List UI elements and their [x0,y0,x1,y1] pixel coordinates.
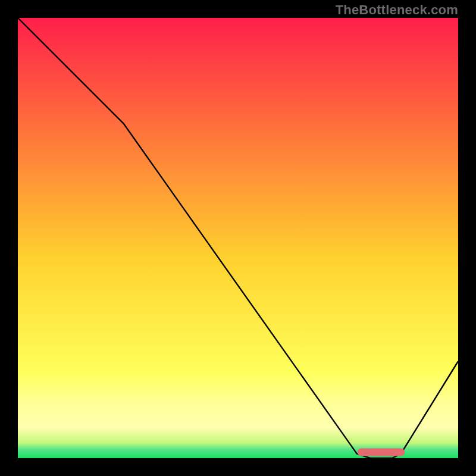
attribution-label: TheBottleneck.com [336,2,458,18]
plot-area [18,18,458,458]
chart-frame: TheBottleneck.com [0,0,476,476]
bottleneck-chart [18,18,458,458]
